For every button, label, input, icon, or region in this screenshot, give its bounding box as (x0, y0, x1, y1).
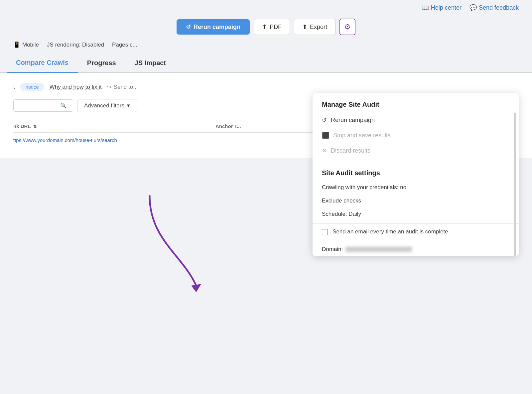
help-center-label: Help center (431, 4, 462, 11)
notice-text: t (13, 84, 15, 90)
tab-compare-crawls[interactable]: Compare Crawls (7, 54, 78, 73)
advanced-filters-button[interactable]: Advanced filters ▾ (77, 99, 137, 112)
send-to-icon: ↪ (107, 83, 112, 90)
device-meta: 📱 Mobile (13, 41, 39, 48)
rerun-campaign-button[interactable]: ↺ Rerun campaign (177, 19, 250, 35)
menu-stop-save: ⬛ Stop and save results (313, 128, 519, 143)
menu-exclude-checks[interactable]: Exclude checks (313, 194, 519, 207)
send-feedback-link[interactable]: 💬 Send feedback (469, 4, 519, 11)
tab-progress[interactable]: Progress (78, 54, 125, 72)
arrow-annotation (130, 189, 223, 296)
menu-settings-title: Site Audit settings (313, 164, 519, 181)
menu-rerun-campaign[interactable]: ↺ Rerun campaign (313, 112, 519, 128)
menu-domain-row: Domain: (313, 243, 519, 256)
rerun-icon: ↺ (186, 23, 191, 31)
manage-site-audit-dropdown: Manage Site Audit ↺ Rerun campaign ⬛ Sto… (313, 93, 519, 256)
stop-icon: ⬛ (322, 132, 329, 139)
send-to-button[interactable]: ↪ Send to... (107, 83, 138, 90)
mobile-icon: 📱 (13, 41, 20, 48)
email-checkbox[interactable] (322, 229, 328, 235)
gear-icon: ⚙ (344, 23, 351, 31)
main-content: t notice Why and how to fix it ↪ Send to… (0, 73, 532, 158)
sort-icon-url: ⇅ (33, 124, 37, 129)
menu-manage-title: Manage Site Audit (313, 93, 519, 112)
search-box: 🔍 (13, 99, 73, 112)
dropdown-scrollbar[interactable] (514, 113, 516, 256)
row-url[interactable]: ttps://www.yourdomain.com/house-t urs/se… (13, 137, 215, 143)
adv-filter-label: Advanced filters (84, 102, 124, 109)
email-label: Send an email every time an audit is com… (332, 228, 448, 235)
col-header-url[interactable]: nk URL ⇅ (13, 123, 215, 129)
help-center-link[interactable]: 📖 Help center (422, 4, 462, 11)
pdf-button[interactable]: ⬆ PDF (254, 19, 290, 35)
js-rendering-meta: JS rendering: Disabled (47, 42, 104, 48)
tabs-row: Compare Crawls Progress JS Impact (0, 54, 532, 73)
notice-badge: notice (20, 83, 44, 91)
search-icon: 🔍 (60, 102, 67, 109)
search-input[interactable] (18, 103, 58, 108)
export-label: Export (310, 24, 327, 31)
help-center-icon: 📖 (422, 4, 429, 11)
rerun-label: Rerun campaign (194, 24, 240, 31)
toolbar: ↺ Rerun campaign ⬆ PDF ⬆ Export ⚙ (0, 15, 532, 39)
menu-email-checkbox-item: Send an email every time an audit is com… (313, 223, 519, 240)
export-button[interactable]: ⬆ Export (294, 19, 335, 35)
svg-marker-0 (191, 284, 201, 292)
export-upload-icon: ⬆ (302, 23, 307, 31)
settings-gear-button[interactable]: ⚙ (339, 19, 355, 35)
top-bar: 📖 Help center 💬 Send feedback (0, 0, 532, 15)
menu-crawling-credentials[interactable]: Crawling with your credentials: no (313, 181, 519, 194)
domain-value-blurred (345, 247, 412, 252)
send-feedback-label: Send feedback (479, 4, 519, 11)
pages-crawled-meta: Pages c... (112, 42, 137, 48)
discard-icon: ✕ (322, 147, 327, 154)
pdf-label: PDF (270, 24, 282, 31)
send-feedback-icon: 💬 (469, 4, 477, 11)
meta-info-row: 📱 Mobile JS rendering: Disabled Pages c.… (0, 39, 532, 51)
chevron-down-icon: ▾ (127, 102, 130, 109)
menu-schedule[interactable]: Schedule: Daily (313, 207, 519, 221)
fix-link[interactable]: Why and how to fix it (50, 84, 102, 90)
pdf-upload-icon: ⬆ (262, 23, 267, 31)
notice-row: t notice Why and how to fix it ↪ Send to… (13, 83, 519, 91)
menu-discard: ✕ Discard results (313, 143, 519, 158)
tab-js-impact[interactable]: JS Impact (125, 54, 175, 72)
menu-divider-1 (313, 161, 519, 161)
rerun-menu-icon: ↺ (322, 116, 327, 124)
domain-label: Domain: (322, 246, 343, 253)
